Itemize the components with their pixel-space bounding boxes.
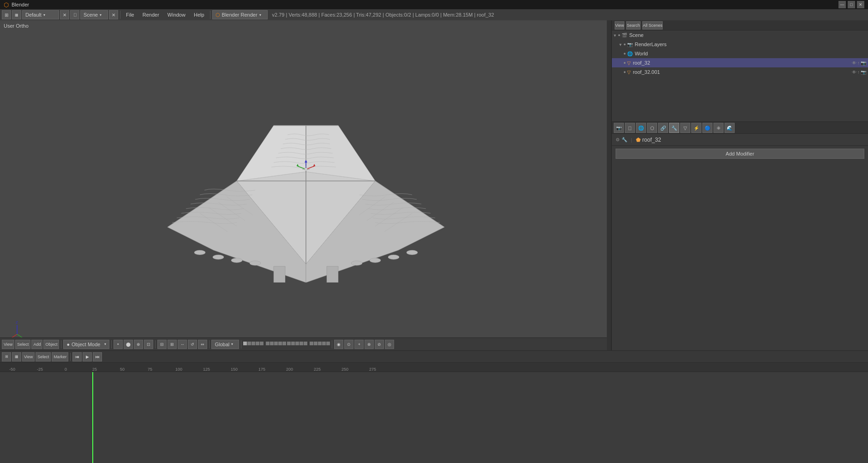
roof32-cursor-icon[interactable]: ↑ xyxy=(857,60,860,66)
engine-icon: ⬡ xyxy=(216,12,220,18)
prop-tab-physics[interactable]: 🌊 xyxy=(724,123,735,133)
menu-help[interactable]: Help xyxy=(190,10,208,19)
layer-8[interactable] xyxy=(274,342,278,345)
prop-tab-material[interactable]: ⚡ xyxy=(691,123,701,133)
tl-icon-btn2[interactable]: ▦ xyxy=(12,352,21,361)
layer-19[interactable] xyxy=(322,342,326,345)
transform-btn[interactable]: ↔ xyxy=(178,340,187,349)
prop-tab-object[interactable]: ⬡ xyxy=(647,123,657,133)
outliner-view-btn[interactable]: View xyxy=(615,21,624,30)
extra-btn4[interactable]: ◎ xyxy=(385,340,394,349)
roof32001-render-icon[interactable]: 📷 xyxy=(861,70,866,75)
prop-tab-texture[interactable]: 🔵 xyxy=(702,123,712,133)
prop-btn[interactable]: ⊙ xyxy=(344,340,353,349)
layer-14[interactable] xyxy=(299,342,303,345)
timeline-content[interactable] xyxy=(0,372,868,463)
layer-15[interactable] xyxy=(304,342,307,345)
roof32001-cursor-icon[interactable]: ↑ xyxy=(857,70,860,75)
mode-dropdown[interactable]: ● Object Mode ▾ xyxy=(63,340,109,349)
prop-tab-constraints[interactable]: 🔗 xyxy=(658,123,668,133)
render-btn[interactable]: ◉ xyxy=(334,340,343,349)
menu-render[interactable]: Render xyxy=(139,10,163,19)
tl-prev-btn[interactable]: ⏮ xyxy=(72,352,82,361)
select-menu-btn[interactable]: Select xyxy=(15,340,30,349)
layer-4[interactable] xyxy=(256,342,259,345)
snap2-btn[interactable]: ⊞ xyxy=(168,340,177,349)
layer-7[interactable] xyxy=(270,342,274,345)
scene-expand-icon: ▾ xyxy=(614,33,616,38)
roof32-render-icon[interactable]: 📷 xyxy=(861,60,866,66)
renderlayers-name: RenderLayers xyxy=(635,42,666,47)
view-menu-btn[interactable]: View xyxy=(2,340,14,349)
extra-btn2[interactable]: ⊗ xyxy=(365,340,374,349)
layer-11[interactable] xyxy=(287,342,291,345)
prop-tab-scene[interactable]: ⎕ xyxy=(625,123,635,133)
tl-select-btn[interactable]: Select xyxy=(36,352,51,361)
menu-window[interactable]: Window xyxy=(164,10,189,19)
layer-5[interactable] xyxy=(260,342,263,345)
view3-btn[interactable]: ⊕ xyxy=(134,340,143,349)
tl-icon-btn[interactable]: ⊞ xyxy=(2,352,11,361)
roof32001-eye-icon[interactable]: 👁 xyxy=(852,70,856,75)
layer-17[interactable] xyxy=(314,342,317,345)
prop-tab-modifiers[interactable]: 🔧 xyxy=(669,123,679,133)
tl-marker-btn[interactable]: Marker xyxy=(52,352,68,361)
roof32-eye-icon[interactable]: 👁 xyxy=(852,60,856,66)
layer-12[interactable] xyxy=(291,342,295,345)
tl-view-btn[interactable]: View xyxy=(22,352,35,361)
scene-icon[interactable]: ⎕ xyxy=(70,10,79,19)
outliner-all-scenes-btn[interactable]: All Scenes xyxy=(642,21,663,30)
tree-item-roof32-001[interactable]: ▾ ● ▽ roof_32.001 👁 ↑ 📷 xyxy=(612,67,868,77)
window-controls[interactable]: — □ ✕ xyxy=(838,1,864,8)
viewport-edge-handle[interactable] xyxy=(607,20,611,350)
layer-3[interactable] xyxy=(251,342,255,345)
scene-add-btn[interactable]: ✕ xyxy=(109,10,118,19)
prop-tab-world[interactable]: 🌐 xyxy=(636,123,646,133)
layer-2[interactable] xyxy=(247,342,251,345)
tl-sep1 xyxy=(70,353,71,361)
tree-item-roof32[interactable]: ▾ ● ▽ roof_32 👁 ↑ 📷 xyxy=(612,58,868,67)
layer-9[interactable] xyxy=(278,342,282,345)
object-menu-btn[interactable]: Object xyxy=(43,340,59,349)
menu-file[interactable]: File xyxy=(122,10,138,19)
layer-10[interactable] xyxy=(282,342,286,345)
scene-dropdown[interactable]: Scene ▾ xyxy=(80,10,108,19)
minimize-button[interactable]: — xyxy=(838,1,846,8)
layer-20[interactable] xyxy=(326,342,330,345)
extra-btn3[interactable]: ⊘ xyxy=(375,340,384,349)
global-dropdown[interactable]: Global ▾ xyxy=(211,340,239,349)
playhead[interactable] xyxy=(92,372,93,463)
shading-solid-btn[interactable]: ⬤ xyxy=(124,340,133,349)
layout-add-btn[interactable]: ✕ xyxy=(60,10,69,19)
add-menu-btn[interactable]: Add xyxy=(31,340,42,349)
layer-13[interactable] xyxy=(295,342,299,345)
scale-btn[interactable]: ⇔ xyxy=(198,340,207,349)
layer-16[interactable] xyxy=(310,342,313,345)
snap-btn[interactable]: ⊟ xyxy=(157,340,167,349)
close-button[interactable]: ✕ xyxy=(857,1,864,8)
maximize-button[interactable]: □ xyxy=(848,1,855,8)
tl-play-btn[interactable]: ▶ xyxy=(83,352,92,361)
shading-dots-btn[interactable]: ⚬ xyxy=(114,340,123,349)
view4-btn[interactable]: ⊡ xyxy=(144,340,153,349)
layout-dropdown[interactable]: Default ▾ xyxy=(22,10,59,19)
viewport[interactable]: User Ortho xyxy=(0,20,611,350)
layer-18[interactable] xyxy=(318,342,322,345)
add-modifier-button[interactable]: Add Modifier xyxy=(616,149,864,159)
tl-next-btn[interactable]: ⏭ xyxy=(93,352,102,361)
tree-item-world[interactable]: ▾ ● 🌐 World xyxy=(612,49,868,58)
layer-1[interactable] xyxy=(243,342,247,345)
layout-icon-btn[interactable]: ⊞ xyxy=(2,10,11,19)
engine-dropdown[interactable]: ⬡ Blender Render ▾ xyxy=(212,10,268,19)
prop-tab-render[interactable]: 📷 xyxy=(614,123,624,133)
layout-icon-btn2[interactable]: ▦ xyxy=(12,10,21,19)
menubar: ⊞ ▦ Default ▾ ✕ ⎕ Scene ▾ ✕ File Render … xyxy=(0,9,868,20)
tree-item-renderlayers[interactable]: ▾ ● 📷 RenderLayers xyxy=(612,40,868,49)
rotate-btn[interactable]: ↺ xyxy=(188,340,197,349)
prop-tab-data[interactable]: ▽ xyxy=(680,123,690,133)
layer-6[interactable] xyxy=(266,342,269,345)
prop-tab-particles[interactable]: ⁜ xyxy=(713,123,724,133)
extra-btn1[interactable]: + xyxy=(354,340,364,349)
outliner-search-btn[interactable]: Search xyxy=(626,21,641,30)
tree-item-scene[interactable]: ▾ ● 🎬 Scene xyxy=(612,30,868,40)
